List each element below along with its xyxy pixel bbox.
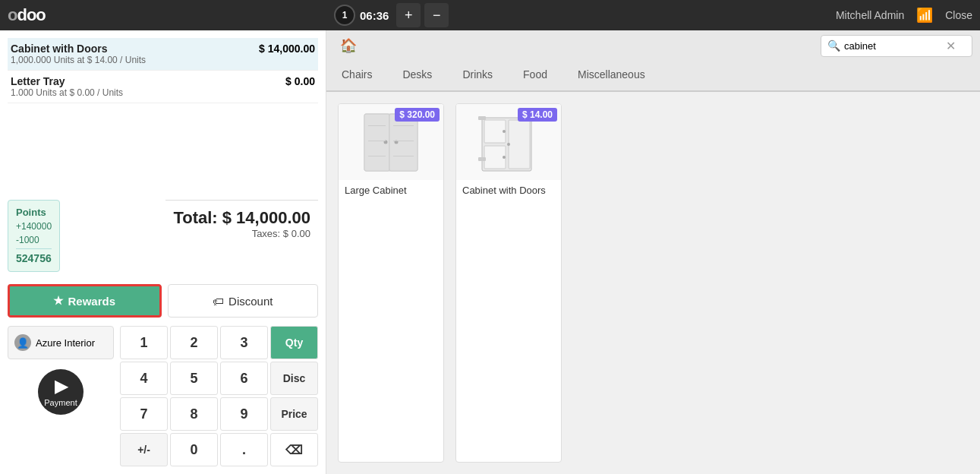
top-bar: odoo 1 06:36 + − Mitchell Admin 📶 Close: [0, 0, 980, 30]
points-box: Points +140000 -1000 524756: [8, 200, 60, 273]
product-cabinet-doors[interactable]: $ 14.00 Cabinet with Doors: [455, 103, 562, 463]
svg-rect-10: [393, 156, 414, 156]
order-lines: Cabinet with Doors $ 14,000.00 1,000.000…: [0, 30, 326, 200]
top-bar-left: odoo: [0, 5, 326, 25]
svg-rect-2: [389, 114, 418, 171]
svg-point-18: [503, 156, 506, 159]
points-total: 524756: [16, 248, 52, 267]
user-name: Mitchell Admin: [836, 9, 904, 21]
points-total-row: Points +140000 -1000 524756 Total: $ 14,…: [0, 200, 326, 280]
order-badge: 1: [334, 5, 355, 26]
qty-button[interactable]: Qty: [270, 326, 318, 359]
num-7-button[interactable]: 7: [120, 397, 168, 431]
add-order-button[interactable]: +: [396, 3, 421, 27]
num-2-button[interactable]: 2: [170, 326, 218, 359]
num-3-button[interactable]: 3: [220, 326, 268, 359]
product-cabinet-doors-image: $ 14.00: [456, 104, 561, 180]
category-food[interactable]: Food: [508, 61, 562, 90]
customer-name: Azure Interior: [36, 337, 95, 349]
backspace-button[interactable]: ⌫: [270, 433, 318, 466]
right-panel: 🏠 🔍 ✕ Chairs Desks Drinks Food Miscellan…: [326, 30, 980, 474]
points-label: Points: [16, 205, 52, 220]
product-cabinet-doors-price: $ 14.00: [518, 108, 557, 122]
price-button[interactable]: Price: [270, 397, 318, 431]
customer-button[interactable]: 👤 Azure Interior: [8, 326, 114, 359]
order-line-name-2: Letter Tray: [11, 75, 65, 87]
action-buttons: ★ Rewards 🏷 Discount: [0, 280, 326, 322]
numpad-area: 👤 Azure Interior ▶ Payment 1 2 3 Qty 4 5: [0, 322, 326, 474]
product-large-cabinet[interactable]: $ 320.00 Large Cab: [338, 103, 444, 463]
odoo-logo: odoo: [8, 5, 46, 25]
taxes-line: Taxes: $ 0.00: [173, 228, 310, 239]
svg-rect-7: [368, 156, 386, 156]
payment-button[interactable]: ▶ Payment: [38, 369, 84, 415]
search-clear-icon[interactable]: ✕: [946, 39, 956, 53]
order-line-2[interactable]: Letter Tray $ 0.00 1.000 Units at $ 0.00…: [8, 71, 318, 103]
search-box: 🔍 ✕: [821, 35, 972, 57]
close-button[interactable]: Close: [945, 9, 972, 21]
minus-order-button[interactable]: −: [424, 3, 449, 27]
svg-rect-16: [478, 157, 486, 161]
wifi-icon: 📶: [916, 7, 933, 24]
svg-rect-13: [484, 146, 506, 169]
svg-rect-6: [368, 141, 386, 141]
svg-point-17: [503, 130, 506, 133]
person-icon: 👤: [17, 337, 29, 349]
num-8-button[interactable]: 8: [170, 397, 218, 431]
payment-label: Payment: [44, 398, 77, 407]
svg-rect-9: [393, 141, 414, 141]
total-amount: Total: $ 14,000.00: [173, 208, 310, 228]
category-desks[interactable]: Desks: [387, 61, 447, 90]
num-4-button[interactable]: 4: [120, 362, 168, 395]
product-large-cabinet-price: $ 320.00: [395, 108, 440, 122]
star-icon: ★: [53, 294, 63, 308]
order-line-name-1: Cabinet with Doors: [11, 43, 108, 55]
arrow-right-icon: ▶: [55, 377, 68, 397]
discount-button[interactable]: 🏷 Discount: [168, 284, 319, 318]
num-6-button[interactable]: 6: [220, 362, 268, 395]
order-line-price-2: $ 0.00: [285, 75, 315, 87]
rewards-button[interactable]: ★ Rewards: [8, 284, 162, 318]
right-top-bar: 🏠 🔍 ✕: [326, 30, 980, 61]
order-line-1[interactable]: Cabinet with Doors $ 14,000.00 1,000.000…: [8, 38, 318, 71]
num-0-button[interactable]: 0: [170, 433, 218, 466]
category-chairs[interactable]: Chairs: [326, 61, 387, 90]
products-grid: $ 320.00 Large Cab: [326, 92, 980, 474]
plusminus-button[interactable]: +/-: [120, 433, 168, 466]
home-icon: 🏠: [340, 38, 357, 53]
decimal-button[interactable]: .: [220, 433, 268, 466]
customer-icon: 👤: [14, 334, 31, 351]
points-sub: -1000: [16, 233, 52, 247]
main-content: Cabinet with Doors $ 14,000.00 1,000.000…: [0, 30, 980, 474]
num-1-button[interactable]: 1: [120, 326, 168, 359]
customer-payment-col: 👤 Azure Interior ▶ Payment: [8, 326, 114, 466]
product-large-cabinet-image: $ 320.00: [339, 104, 443, 180]
left-panel: Cabinet with Doors $ 14,000.00 1,000.000…: [0, 30, 326, 474]
order-line-details-1: 1,000.000 Units at $ 14.00 / Units: [11, 55, 315, 65]
category-miscellaneous[interactable]: Miscellaneous: [562, 61, 660, 90]
search-input[interactable]: [844, 40, 943, 52]
tag-icon: 🏷: [213, 295, 224, 308]
svg-rect-14: [509, 120, 530, 169]
points-add: +140000: [16, 220, 52, 233]
disc-button[interactable]: Disc: [270, 362, 318, 395]
category-tabs: Chairs Desks Drinks Food Miscellaneous: [326, 61, 980, 92]
order-line-details-2: 1.000 Units at $ 0.00 / Units: [11, 87, 315, 98]
total-section: Total: $ 14,000.00 Taxes: $ 0.00: [165, 200, 318, 247]
svg-rect-8: [393, 125, 414, 126]
order-line-price-1: $ 14,000.00: [259, 43, 315, 55]
product-cabinet-doors-name: Cabinet with Doors: [456, 180, 561, 201]
num-5-button[interactable]: 5: [170, 362, 218, 395]
product-large-cabinet-name: Large Cabinet: [339, 180, 443, 201]
top-bar-right: 1 06:36 + − Mitchell Admin 📶 Close: [326, 3, 980, 27]
svg-rect-5: [368, 125, 386, 126]
svg-point-19: [507, 143, 510, 146]
svg-rect-12: [484, 120, 506, 143]
numpad-grid: 1 2 3 Qty 4 5 6 Disc 7 8 9 Price +/- 0 .…: [120, 326, 318, 466]
time-display: 06:36: [360, 9, 389, 22]
category-drinks[interactable]: Drinks: [447, 61, 508, 90]
search-icon: 🔍: [827, 40, 840, 52]
svg-rect-15: [478, 116, 486, 120]
home-button[interactable]: 🏠: [334, 34, 363, 57]
num-9-button[interactable]: 9: [220, 397, 268, 431]
